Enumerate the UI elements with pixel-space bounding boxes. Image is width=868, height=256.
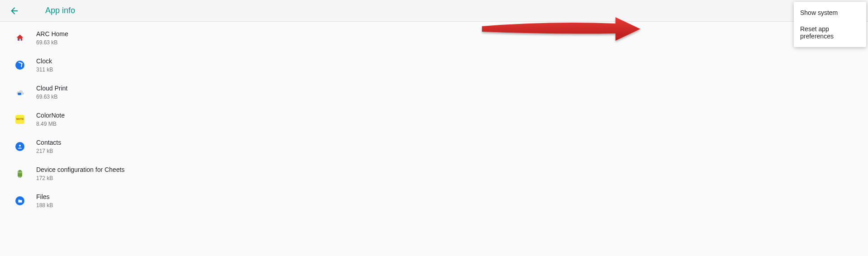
app-row-colornote[interactable]: ColorNote 8.49 MB — [0, 106, 868, 133]
cloud-print-icon — [9, 88, 31, 96]
back-button[interactable] — [9, 5, 20, 16]
app-row-cloud-print[interactable]: Cloud Print 69.63 kB — [0, 79, 868, 106]
app-list: ARC Home 69.63 kB Clock 311 kB Cloud Pri… — [0, 22, 868, 214]
page-title: App info — [45, 6, 75, 15]
contacts-icon — [9, 142, 31, 151]
app-size: 69.63 kB — [36, 39, 68, 46]
svg-point-4 — [19, 171, 19, 172]
svg-point-3 — [19, 145, 21, 147]
app-name: ColorNote — [36, 111, 65, 119]
app-size: 172 kB — [36, 175, 124, 182]
clock-icon — [9, 61, 31, 70]
app-row-contacts[interactable]: Contacts 217 kB — [0, 133, 868, 160]
arc-home-icon — [9, 33, 31, 43]
svg-point-5 — [21, 171, 22, 172]
app-name: Contacts — [36, 138, 61, 147]
app-name: Files — [36, 193, 53, 201]
menu-item-show-system[interactable]: Show system — [794, 5, 866, 21]
svg-rect-2 — [18, 93, 21, 95]
app-size: 69.63 kB — [36, 93, 67, 100]
svg-rect-1 — [19, 39, 20, 41]
app-name: ARC Home — [36, 30, 68, 38]
android-icon — [9, 169, 31, 178]
app-size: 188 kB — [36, 202, 53, 209]
app-size: 311 kB — [36, 66, 53, 73]
app-name: Device configuration for Cheets — [36, 166, 124, 174]
app-row-device-config[interactable]: Device configuration for Cheets 172 kB — [0, 160, 868, 187]
files-icon — [9, 196, 31, 205]
app-name: Clock — [36, 57, 53, 65]
colornote-icon — [9, 115, 31, 124]
menu-item-reset-app-preferences[interactable]: Reset app preferences — [794, 21, 866, 44]
app-name: Cloud Print — [36, 84, 67, 92]
app-row-clock[interactable]: Clock 311 kB — [0, 52, 868, 79]
app-size: 217 kB — [36, 147, 61, 155]
app-size: 8.49 MB — [36, 120, 65, 128]
app-row-files[interactable]: Files 188 kB — [0, 187, 868, 214]
back-arrow-icon — [10, 6, 19, 16]
header-bar: App info — [0, 0, 868, 22]
app-row-arc-home[interactable]: ARC Home 69.63 kB — [0, 24, 868, 52]
overflow-menu: Show system Reset app preferences — [794, 2, 866, 47]
